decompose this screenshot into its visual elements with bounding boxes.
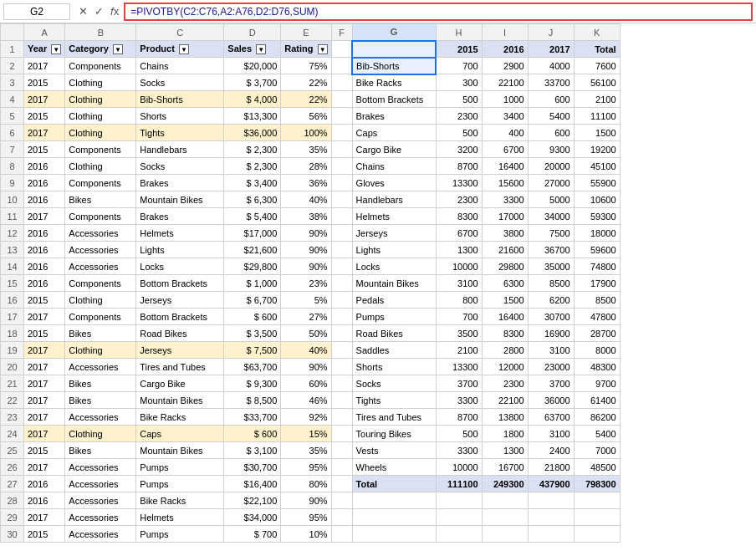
cell-b23[interactable]: Accessories [65,409,136,426]
cell-c19[interactable]: Jerseys [136,342,224,359]
col-header-d[interactable]: D [224,24,281,41]
cell-b25[interactable]: Bikes [65,442,136,459]
cell-d27[interactable]: $16,400 [224,476,281,492]
cell-b24[interactable]: Clothing [65,426,136,442]
cell-e21[interactable]: 60% [281,375,331,392]
cell-c8[interactable]: Socks [136,158,224,175]
cell-b18[interactable]: Bikes [65,325,136,342]
cell-c5[interactable]: Shorts [136,108,224,125]
header-sales[interactable]: Sales ▼ [224,41,281,58]
cell-d17[interactable]: $ 600 [224,309,281,325]
cell-b29[interactable]: Accessories [65,509,136,526]
cell-b17[interactable]: Components [65,309,136,325]
cell-g3[interactable]: Bike Racks [352,74,436,91]
cell-c13[interactable]: Lights [136,242,224,258]
cell-d23[interactable]: $33,700 [224,409,281,426]
cell-e25[interactable]: 35% [281,442,331,459]
header-product[interactable]: Product ▼ [136,41,224,58]
cell-a4[interactable]: 2017 [24,91,65,108]
cell-b30[interactable]: Accessories [65,526,136,543]
cell-e24[interactable]: 15% [281,426,331,442]
col-header-a[interactable]: A [24,24,65,41]
cell-c11[interactable]: Brakes [136,208,224,225]
cell-c3[interactable]: Socks [136,74,224,91]
cell-a14[interactable]: 2016 [24,258,65,275]
cell-g20[interactable]: Shorts [352,359,436,375]
cell-d22[interactable]: $ 8,500 [224,392,281,409]
cell-d19[interactable]: $ 7,500 [224,342,281,359]
cell-d16[interactable]: $ 6,700 [224,292,281,309]
col-header-k[interactable]: K [574,24,620,41]
header-year[interactable]: Year ▼ [24,41,65,58]
col-header-b[interactable]: B [65,24,136,41]
cell-e18[interactable]: 50% [281,325,331,342]
cell-e27[interactable]: 80% [281,476,331,492]
cell-b2[interactable]: Components [65,58,136,74]
cell-g22[interactable]: Tights [352,392,436,409]
cell-e28[interactable]: 90% [281,492,331,509]
cell-b11[interactable]: Components [65,208,136,225]
cell-g12[interactable]: Jerseys [352,225,436,242]
cell-d25[interactable]: $ 3,100 [224,442,281,459]
cell-c14[interactable]: Locks [136,258,224,275]
cell-a26[interactable]: 2017 [24,459,65,476]
cell-a2[interactable]: 2017 [24,58,65,74]
cell-b22[interactable]: Bikes [65,392,136,409]
cell-b16[interactable]: Clothing [65,292,136,309]
cell-d20[interactable]: $63,700 [224,359,281,375]
cell-e4[interactable]: 22% [281,91,331,108]
cell-a27[interactable]: 2016 [24,476,65,492]
cell-e8[interactable]: 28% [281,158,331,175]
cell-b20[interactable]: Accessories [65,359,136,375]
col-header-i[interactable]: I [482,24,528,41]
cell-a13[interactable]: 2016 [24,242,65,258]
cell-d2[interactable]: $20,000 [224,58,281,74]
cell-e16[interactable]: 5% [281,292,331,309]
cell-d24[interactable]: $ 600 [224,426,281,442]
cell-d21[interactable]: $ 9,300 [224,375,281,392]
cell-e20[interactable]: 90% [281,359,331,375]
cell-b26[interactable]: Accessories [65,459,136,476]
cell-b4[interactable]: Clothing [65,91,136,108]
cell-b12[interactable]: Accessories [65,225,136,242]
cell-a15[interactable]: 2016 [24,275,65,292]
cell-g5[interactable]: Brakes [352,108,436,125]
cell-g17[interactable]: Pumps [352,309,436,325]
cell-a11[interactable]: 2017 [24,208,65,225]
cell-e10[interactable]: 40% [281,191,331,208]
cell-a21[interactable]: 2017 [24,375,65,392]
cell-a22[interactable]: 2017 [24,392,65,409]
cell-b9[interactable]: Components [65,175,136,191]
cell-a28[interactable]: 2016 [24,492,65,509]
cell-b27[interactable]: Accessories [65,476,136,492]
cell-c21[interactable]: Cargo Bike [136,375,224,392]
cell-e17[interactable]: 27% [281,309,331,325]
cell-g30[interactable] [352,526,436,543]
cell-c9[interactable]: Brakes [136,175,224,191]
function-icon[interactable]: fx [109,5,120,18]
cell-b8[interactable]: Clothing [65,158,136,175]
cell-c10[interactable]: Mountain Bikes [136,191,224,208]
header-rating[interactable]: Rating ▼ [281,41,331,58]
cell-g27[interactable]: Total [352,476,436,492]
confirm-icon[interactable]: ✓ [93,5,105,18]
cell-d6[interactable]: $36,000 [224,125,281,141]
cell-d12[interactable]: $17,000 [224,225,281,242]
cell-e19[interactable]: 40% [281,342,331,359]
cell-e3[interactable]: 22% [281,74,331,91]
cell-e6[interactable]: 100% [281,125,331,141]
cell-a18[interactable]: 2015 [24,325,65,342]
cell-c2[interactable]: Chains [136,58,224,74]
cell-d10[interactable]: $ 6,300 [224,191,281,208]
cancel-icon[interactable]: ✕ [77,5,89,18]
cell-g23[interactable]: Tires and Tubes [352,409,436,426]
cell-d11[interactable]: $ 5,400 [224,208,281,225]
cell-e13[interactable]: 90% [281,242,331,258]
cell-a17[interactable]: 2017 [24,309,65,325]
cell-c26[interactable]: Pumps [136,459,224,476]
cell-g28[interactable] [352,492,436,509]
cell-d8[interactable]: $ 2,300 [224,158,281,175]
cell-a20[interactable]: 2017 [24,359,65,375]
cell-b5[interactable]: Clothing [65,108,136,125]
col-header-e[interactable]: E [281,24,331,41]
